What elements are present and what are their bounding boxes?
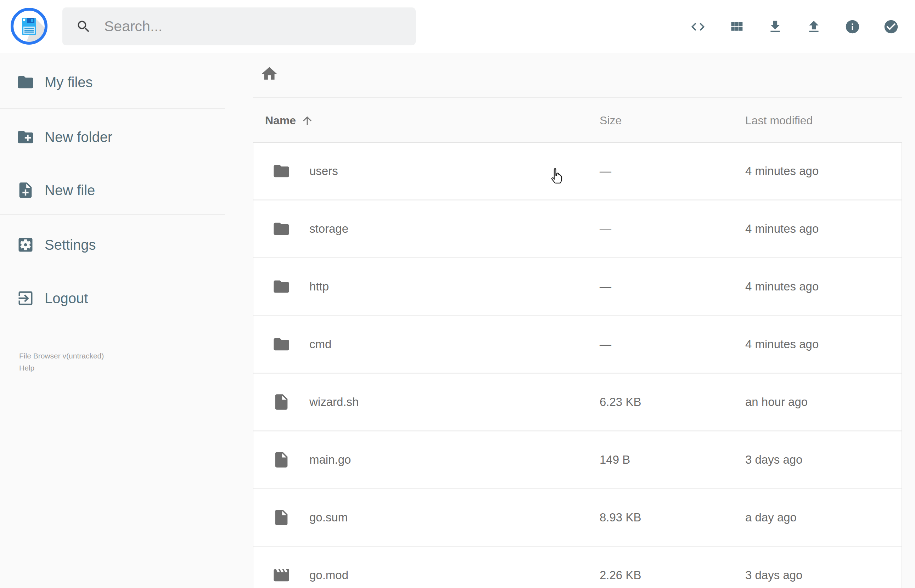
- check-circle-icon: [883, 19, 899, 35]
- info-icon: [844, 19, 860, 35]
- file-modified: an hour ago: [745, 395, 808, 409]
- file-size: —: [600, 338, 611, 351]
- header-actions: [690, 0, 899, 53]
- file-modified: a day ago: [745, 511, 797, 524]
- file-size: 6.23 KB: [600, 395, 641, 409]
- sidebar-divider: [0, 214, 225, 215]
- folder-icon: [272, 162, 291, 180]
- grid-view-icon: [729, 19, 745, 35]
- file-row-http[interactable]: http — 4 minutes ago: [253, 258, 902, 316]
- search-input[interactable]: [103, 18, 405, 35]
- file-row-go.sum[interactable]: go.sum 8.93 KB a day ago: [253, 489, 902, 547]
- sidebar-item-my-files[interactable]: My files: [0, 68, 233, 96]
- file-modified: 4 minutes ago: [745, 222, 819, 236]
- home-icon: [260, 65, 278, 82]
- file-modified: 3 days ago: [745, 453, 802, 467]
- file-listing: users — 4 minutes ago storage — 4 minute…: [253, 142, 902, 588]
- listing-header: Name Size Last modified: [253, 98, 902, 143]
- arrow-up-icon: [301, 114, 314, 127]
- file-listing-area: Name Size Last modified users — 4 minute…: [253, 53, 902, 588]
- file-modified: 3 days ago: [745, 569, 802, 582]
- sidebar-item-label: New file: [45, 183, 95, 199]
- file-size: —: [600, 164, 611, 178]
- sidebar-item-logout[interactable]: Logout: [0, 284, 233, 312]
- file-name: cmd: [309, 338, 331, 351]
- file-name: http: [309, 280, 329, 293]
- sidebar: My files New folder New file Settings Lo…: [0, 53, 233, 374]
- file-row-main.go[interactable]: main.go 149 B 3 days ago: [253, 431, 902, 489]
- column-header-name[interactable]: Name: [265, 114, 314, 127]
- logout-icon: [16, 289, 35, 307]
- sidebar-item-new-folder[interactable]: New folder: [0, 123, 233, 151]
- file-row-wizard.sh[interactable]: wizard.sh 6.23 KB an hour ago: [253, 374, 902, 431]
- sidebar-footer: File Browser v(untracked) Help: [0, 350, 233, 374]
- new-folder-icon: [16, 128, 35, 146]
- download-button[interactable]: [767, 19, 783, 35]
- filebrowser-logo: [11, 8, 47, 45]
- file-name: go.sum: [309, 511, 348, 524]
- file-size: —: [600, 222, 611, 236]
- file-name: wizard.sh: [309, 395, 359, 409]
- upload-icon: [806, 19, 822, 35]
- search-icon: [76, 19, 91, 34]
- file-size: 149 B: [600, 453, 630, 467]
- folder-icon: [16, 73, 35, 91]
- help-link[interactable]: Help: [19, 362, 34, 374]
- folder-icon: [272, 277, 291, 296]
- switch-view-button[interactable]: [729, 19, 745, 35]
- info-button[interactable]: [844, 19, 860, 35]
- file-row-users[interactable]: users — 4 minutes ago: [253, 143, 902, 200]
- sidebar-item-label: Settings: [45, 237, 96, 253]
- folder-icon: [272, 220, 291, 238]
- file-icon: [272, 508, 291, 527]
- top-header: [0, 0, 915, 53]
- app-version-text: File Browser v(untracked): [19, 350, 233, 362]
- file-icon: [272, 393, 291, 411]
- file-name: main.go: [309, 453, 351, 467]
- gear-icon: [16, 236, 35, 254]
- movie-icon: [272, 566, 291, 585]
- sidebar-item-new-file[interactable]: New file: [0, 176, 233, 204]
- file-row-go.mod[interactable]: go.mod 2.26 KB 3 days ago: [253, 547, 902, 588]
- file-modified: 4 minutes ago: [745, 338, 819, 351]
- file-icon: [272, 451, 291, 469]
- column-header-size[interactable]: Size: [600, 114, 622, 127]
- file-size: 2.26 KB: [600, 569, 641, 582]
- column-header-modified[interactable]: Last modified: [745, 114, 813, 127]
- breadcrumb-home-button[interactable]: [260, 65, 278, 82]
- sidebar-item-label: New folder: [45, 129, 112, 145]
- upload-button[interactable]: [806, 19, 822, 35]
- new-file-icon: [16, 181, 35, 199]
- file-name: users: [309, 164, 338, 178]
- sidebar-divider: [0, 108, 225, 109]
- file-name: storage: [309, 222, 348, 236]
- floppy-disk-logo-icon: [11, 8, 47, 45]
- file-size: —: [600, 280, 611, 293]
- file-size: 8.93 KB: [600, 511, 641, 524]
- download-icon: [767, 19, 783, 35]
- sidebar-item-label: My files: [45, 74, 93, 90]
- file-name: go.mod: [309, 569, 348, 582]
- shell-button[interactable]: [690, 19, 706, 35]
- folder-icon: [272, 335, 291, 354]
- file-modified: 4 minutes ago: [745, 280, 819, 293]
- file-modified: 4 minutes ago: [745, 164, 819, 178]
- sidebar-item-label: Logout: [45, 291, 88, 306]
- file-row-cmd[interactable]: cmd — 4 minutes ago: [253, 316, 902, 374]
- select-multiple-button[interactable]: [883, 19, 899, 35]
- sidebar-item-settings[interactable]: Settings: [0, 231, 233, 259]
- code-icon: [690, 19, 706, 35]
- search-bar: [62, 7, 416, 45]
- file-row-storage[interactable]: storage — 4 minutes ago: [253, 200, 902, 258]
